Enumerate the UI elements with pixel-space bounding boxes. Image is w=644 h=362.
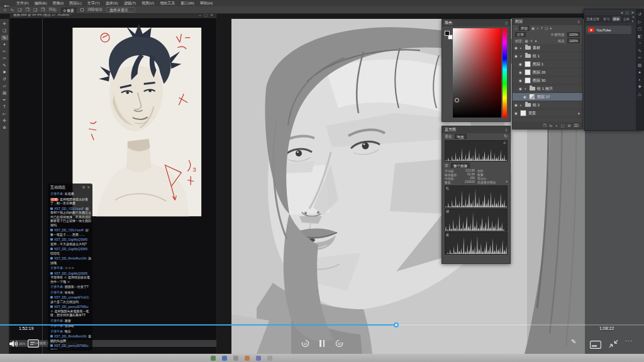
- rewind-10-button[interactable]: 10: [301, 339, 310, 351]
- selection-intersect-icon[interactable]: ❒: [41, 8, 45, 12]
- menu-edit[interactable]: 编辑(E): [35, 1, 47, 6]
- sidebar-icon[interactable]: ▢: [638, 27, 641, 31]
- layer-row[interactable]: ◉图层 26: [513, 69, 582, 77]
- hand-tool[interactable]: ✣: [1, 118, 8, 123]
- menu-layer[interactable]: 图层(L): [69, 1, 81, 6]
- menu-view[interactable]: 视图(V): [142, 1, 154, 6]
- menu-select[interactable]: 选择(S): [106, 1, 118, 6]
- sidebar-icon[interactable]: ▤: [638, 63, 641, 68]
- select-and-mask-button[interactable]: 选择并遮住…: [106, 7, 135, 13]
- panel-menu-icon[interactable]: ≡: [505, 21, 508, 25]
- layer-list[interactable]: ◉▸素材 ◉▾组 1 ◉图层 1 ◉图层 26 ◉图层 30 ◉▾组 1 拷贝 …: [513, 44, 582, 122]
- filter-shape-icon[interactable]: ❑: [545, 26, 548, 30]
- sidebar-icon[interactable]: ●: [638, 70, 641, 75]
- taskbar-app-icon[interactable]: [267, 356, 272, 361]
- histogram-panel-tab[interactable]: 直方图: [445, 127, 456, 133]
- player-progress-bar[interactable]: [0, 324, 644, 326]
- link-layers-icon[interactable]: ❐: [543, 123, 546, 128]
- layer-row-selected[interactable]: ◉图层 27: [513, 93, 582, 101]
- chat-settings-icon[interactable]: ⚙: [82, 185, 85, 189]
- sidebar-icon[interactable]: ◧: [638, 35, 641, 39]
- browser-maximize-icon[interactable]: ▢: [625, 11, 628, 14]
- layer-row[interactable]: ◉图层 30: [513, 77, 582, 85]
- layer-row[interactable]: ◉背景∎: [513, 109, 582, 118]
- layer-effects-icon[interactable]: fx: [550, 124, 553, 128]
- filter-pixel-icon[interactable]: ▣: [531, 26, 535, 30]
- browser-close-icon[interactable]: ✕: [631, 11, 635, 14]
- selection-add-icon[interactable]: ❐: [25, 8, 29, 12]
- taskbar-app-icon[interactable]: [211, 356, 216, 361]
- reference-canvas[interactable]: 3 64.36% 1024 像素 x 1024 像素 (72 ppi): [10, 18, 216, 347]
- move-tool[interactable]: ✛: [1, 21, 8, 26]
- menu-window[interactable]: 窗口(W): [180, 1, 194, 6]
- lock-transparency-icon[interactable]: ▦: [525, 39, 528, 43]
- lock-position-icon[interactable]: ✛: [530, 39, 533, 43]
- sidebar-icon[interactable]: ✎: [638, 49, 641, 53]
- eyedropper-tool[interactable]: ✑: [1, 56, 8, 61]
- zoom-tool[interactable]: ⊕: [1, 125, 8, 130]
- opacity-input[interactable]: 100%: [567, 32, 580, 37]
- chat-header[interactable]: 互动消息 ⚙ ✕: [48, 184, 92, 191]
- lock-all-icon[interactable]: ∎: [535, 39, 537, 43]
- selection-subtract-icon[interactable]: ❑: [33, 8, 37, 12]
- layers-panel-tab[interactable]: 图层: [515, 19, 523, 25]
- type-tool[interactable]: T: [1, 104, 8, 109]
- menu-file[interactable]: 文件(F): [16, 1, 29, 6]
- menu-type[interactable]: 文字(Y): [87, 1, 100, 6]
- browser-tab-learn[interactable]: 学习: [602, 16, 611, 21]
- marquee-tool[interactable]: ❑: [1, 28, 8, 33]
- forward-30-button[interactable]: 30: [335, 339, 344, 351]
- blend-mode-select[interactable]: 正常: [515, 32, 526, 37]
- pause-button[interactable]: [319, 340, 325, 347]
- danmaku-toggle-button[interactable]: [28, 339, 39, 350]
- selection-new-icon[interactable]: ❏: [18, 8, 21, 12]
- history-brush-tool[interactable]: ↺: [1, 77, 8, 82]
- volume-button[interactable]: [9, 339, 19, 350]
- layer-row[interactable]: ◉▸素材: [513, 44, 582, 52]
- color-panel-tab[interactable]: 颜色: [445, 20, 452, 26]
- hue-slider[interactable]: [502, 28, 507, 118]
- filter-adjustment-icon[interactable]: ◐: [536, 26, 538, 30]
- filter-smart-icon[interactable]: ●: [550, 26, 552, 30]
- channel-select[interactable]: 明度: [455, 134, 467, 139]
- subtitle-button[interactable]: [590, 340, 601, 351]
- foreground-color-swatch[interactable]: [445, 31, 450, 36]
- new-layer-icon[interactable]: ⊞: [567, 123, 570, 128]
- eraser-tool[interactable]: ▱: [1, 84, 8, 89]
- menu-help[interactable]: 帮助(H): [200, 1, 213, 6]
- progress-knob[interactable]: [394, 322, 399, 327]
- refresh-histogram-icon[interactable]: ↻: [504, 134, 508, 139]
- browser-tab-media[interactable]: 媒体: [612, 16, 621, 21]
- delete-layer-icon[interactable]: ⌦: [574, 123, 579, 128]
- magic-wand-tool[interactable]: ✦: [1, 42, 8, 47]
- chat-close-icon[interactable]: ✕: [87, 185, 90, 189]
- layer-row[interactable]: ◉▾组 1: [513, 52, 582, 60]
- saturation-brightness-field[interactable]: [453, 28, 501, 118]
- menu-image[interactable]: 图像(I): [53, 1, 64, 6]
- taskbar-app-icon[interactable]: [222, 356, 227, 361]
- taskbar-app-icon[interactable]: [256, 356, 261, 361]
- adjustment-layer-icon[interactable]: ▢: [561, 123, 565, 128]
- clone-stamp-tool[interactable]: ✹: [1, 70, 8, 75]
- layer-row[interactable]: ◉图层 1: [513, 60, 582, 69]
- more-options-button[interactable]: ···: [625, 337, 633, 344]
- path-select-tool[interactable]: ▻: [1, 111, 8, 116]
- sidebar-icon[interactable]: ◐: [638, 78, 641, 82]
- player-back-button[interactable]: ←: [3, 0, 11, 9]
- filter-type-icon[interactable]: T: [541, 26, 543, 30]
- browser-tab-company[interactable]: 公司: [622, 16, 631, 21]
- exit-fullscreen-button[interactable]: [609, 339, 618, 351]
- panel-menu-icon[interactable]: ≡: [505, 128, 508, 132]
- sidebar-icon[interactable]: ✚: [638, 85, 641, 89]
- pen-tool[interactable]: ✒: [1, 97, 8, 102]
- sidebar-icon[interactable]: ↺: [638, 13, 641, 17]
- browser-tab-history[interactable]: 历史记录: [586, 16, 601, 21]
- crop-tool[interactable]: ✂: [1, 49, 8, 54]
- windows-taskbar[interactable]: [0, 354, 644, 362]
- menu-filter[interactable]: 滤镜(T): [124, 1, 136, 6]
- taskbar-app-icon[interactable]: [233, 356, 238, 361]
- browser-tab-close-icon[interactable]: ✕ ▸: [632, 15, 635, 23]
- brush-tool[interactable]: ✎: [1, 63, 8, 68]
- panel-menu-icon[interactable]: ≡: [577, 20, 580, 24]
- layer-mask-icon[interactable]: ◐: [555, 124, 558, 128]
